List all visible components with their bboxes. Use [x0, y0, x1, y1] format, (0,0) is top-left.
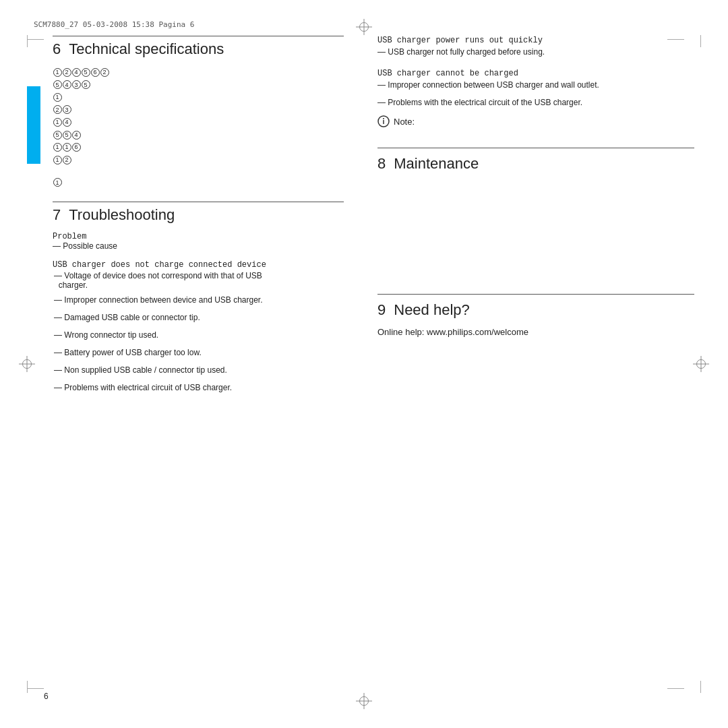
spec-line-8: 12 — [53, 154, 344, 166]
svg-point-2 — [383, 118, 384, 119]
circ: 2 — [100, 68, 109, 77]
circ: 1 — [53, 178, 62, 187]
specs-block: 124562 5435 1 23 14 554 116 — [53, 66, 344, 188]
right-header-1: USB charger power runs out quickly — [377, 36, 694, 45]
circ: 1 — [63, 143, 71, 152]
dash-item-4: — Wrong connector tip used. — [53, 330, 344, 340]
section-9-number: 9 — [377, 301, 386, 319]
circ: 6 — [72, 143, 81, 152]
header-bar: SCM7880_27 05-03-2008 15:38 Pagina 6 — [27, 20, 701, 29]
note-block: Note: — [377, 115, 694, 127]
spec-line-6: 554 — [53, 129, 344, 141]
section-8-title: Maintenance — [394, 155, 479, 173]
trouble-header-1: USB charger does not charge connected de… — [53, 260, 344, 270]
right-divider-9 — [377, 294, 694, 295]
right-divider-8 — [377, 148, 694, 148]
note-label: Note: — [394, 117, 415, 127]
section-6-title: Technical specifications — [69, 40, 224, 58]
section-9-title: Need help? — [394, 301, 470, 319]
circ: 1 — [53, 68, 62, 77]
right-cause-2b: — Problems with the electrical circuit o… — [377, 98, 694, 107]
right-item-1: USB charger power runs out quickly — USB… — [377, 36, 694, 57]
section-8-heading: 8 Maintenance — [377, 155, 694, 173]
circ: 5 — [82, 68, 90, 77]
circ: 1 — [53, 93, 62, 102]
circ: 3 — [72, 80, 81, 89]
section-6-heading: 6 Technical specifications — [53, 36, 344, 58]
section-7-heading: 7 Troubleshooting — [53, 202, 344, 224]
spec-line-7: 116 — [53, 142, 344, 154]
online-help-text: Online help: www.philips.com/welcome — [377, 327, 694, 337]
note-icon — [377, 115, 390, 127]
circ: 5 — [63, 131, 71, 140]
spec-line-single: 1 — [53, 177, 344, 189]
problem-label: Problem — [53, 232, 344, 241]
right-cause-1a: — USB charger not fully charged before u… — [377, 47, 694, 57]
circ: 2 — [53, 105, 62, 114]
trouble-cause-1a: — Voltage of device does not correspond … — [53, 271, 344, 290]
section-7-number: 7 — [53, 206, 61, 224]
section-6-number: 6 — [53, 40, 61, 58]
circ: 4 — [72, 68, 81, 77]
circ: 5 — [53, 80, 62, 89]
dash-item-3: — Damaged USB cable or connector tip. — [53, 313, 344, 322]
circ: 4 — [63, 118, 71, 127]
spec-line-4: 23 — [53, 104, 344, 116]
circ: 4 — [63, 80, 71, 89]
section-8-number: 8 — [377, 155, 386, 173]
dash-item-2: — Improper connection between device and… — [53, 295, 344, 305]
circ: 1 — [53, 143, 62, 152]
circ: 6 — [91, 68, 100, 77]
dash-item-5: — Battery power of USB charger too low. — [53, 348, 344, 357]
right-item-3: — Problems with the electrical circuit o… — [377, 98, 694, 107]
circ: 5 — [82, 80, 90, 89]
page-number: 6 — [44, 692, 49, 701]
right-item-2: USB charger cannot be charged — Improper… — [377, 69, 694, 90]
trouble-item-1: USB charger does not charge connected de… — [53, 260, 344, 290]
circ: 4 — [72, 131, 81, 140]
right-header-2: USB charger cannot be charged — [377, 69, 694, 78]
spec-line-3: 1 — [53, 91, 344, 103]
dash-item-6: — Non supplied USB cable / connector tip… — [53, 365, 344, 375]
circ: 3 — [63, 105, 71, 114]
section-7-title: Troubleshooting — [69, 206, 175, 224]
circ: 2 — [63, 156, 71, 164]
circ: 1 — [53, 118, 62, 127]
circ: 5 — [53, 131, 62, 140]
section-9-heading: 9 Need help? — [377, 301, 694, 319]
spec-line-1: 124562 — [53, 66, 344, 78]
circ: 2 — [63, 68, 71, 77]
dash-item-7: — Problems with electrical circuit of US… — [53, 383, 344, 392]
blue-tab — [27, 86, 40, 164]
circ: 1 — [53, 156, 62, 164]
spec-line-2: 5435 — [53, 79, 344, 91]
spec-line-5: 14 — [53, 116, 344, 128]
right-cause-2a: — Improper connection between USB charge… — [377, 80, 694, 90]
cause-label: — Possible cause — [53, 241, 344, 251]
